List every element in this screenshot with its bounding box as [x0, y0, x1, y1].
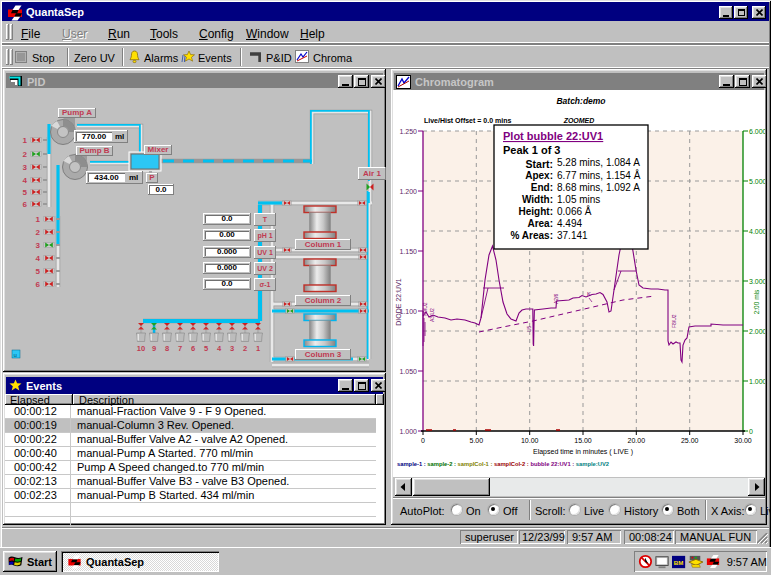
svg-text:% Areas:: % Areas:	[511, 230, 553, 241]
svg-text:Peak 1 of 3: Peak 1 of 3	[503, 144, 560, 156]
svg-text:15.00: 15.00	[574, 437, 592, 444]
svg-text:Elapsed time in minutes ( LIVE: Elapsed time in minutes ( LIVE )	[533, 448, 633, 456]
svg-text:5: 5	[36, 267, 41, 276]
svg-text:3: 3	[36, 241, 41, 250]
svg-text:8: 8	[165, 344, 169, 353]
svg-text:DIODE 22:UV1: DIODE 22:UV1	[395, 278, 402, 326]
svg-text:Batch:demo: Batch:demo	[556, 96, 605, 106]
svg-text:10.00: 10.00	[521, 437, 539, 444]
svg-text:7: 7	[178, 344, 182, 353]
svg-text:1.150: 1.150	[399, 248, 417, 255]
svg-text:6: 6	[23, 200, 28, 209]
svg-text:6.77 mins, 1.154 Å: 6.77 mins, 1.154 Å	[557, 169, 641, 181]
svg-text:2: 2	[23, 150, 28, 159]
svg-text:Apex:: Apex:	[525, 170, 553, 181]
svg-text:5: 5	[23, 188, 28, 197]
svg-text:F8/U2: F8/U2	[671, 314, 677, 328]
svg-text:1.250: 1.250	[399, 128, 417, 135]
svg-text:1.200: 1.200	[399, 188, 417, 195]
svg-text:2: 2	[243, 344, 247, 353]
svg-text:3: 3	[23, 163, 28, 172]
svg-text:5.00: 5.00	[469, 437, 483, 444]
svg-text:4.494: 4.494	[557, 218, 582, 229]
svg-text:0: 0	[421, 437, 425, 444]
svg-text:1.05 mins: 1.05 mins	[557, 194, 600, 205]
svg-text:Plot bubble 22:UV1: Plot bubble 22:UV1	[503, 130, 603, 142]
svg-text:37.141: 37.141	[557, 230, 588, 241]
svg-text:1.050: 1.050	[399, 368, 417, 375]
svg-text:2: 2	[36, 228, 41, 237]
svg-text:6.000: 6.000	[749, 128, 765, 135]
svg-text:0.066 Å: 0.066 Å	[557, 205, 592, 217]
svg-text:2.000: 2.000	[749, 328, 765, 335]
svg-text:8.68 mins, 1.092 A: 8.68 mins, 1.092 A	[557, 182, 640, 193]
svg-text:6: 6	[191, 344, 195, 353]
svg-text:30.00: 30.00	[734, 437, 752, 444]
svg-text:1.100: 1.100	[399, 308, 417, 315]
svg-text:sample-1 : sample-2 : samplCol: sample-1 : sample-2 : samplCol-1 : sampl…	[397, 461, 609, 467]
svg-text:5.28 mins, 1.084 A: 5.28 mins, 1.084 A	[557, 157, 640, 168]
svg-text:9: 9	[152, 344, 156, 353]
svg-text:ZOOMED: ZOOMED	[563, 117, 595, 124]
svg-text:K: K	[587, 291, 591, 297]
svg-text:A2/6: A2/6	[553, 293, 559, 304]
svg-text:Width:: Width:	[522, 194, 553, 205]
svg-text:Area:: Area:	[527, 218, 553, 229]
svg-text:4: 4	[217, 344, 222, 353]
svg-text:6: 6	[36, 280, 41, 289]
svg-text:4: 4	[23, 176, 28, 185]
svg-text:Live/Hist Offset = 0.0 mins: Live/Hist Offset = 0.0 mins	[424, 117, 511, 124]
svg-text:1: 1	[36, 215, 41, 224]
svg-text:2:00 mls: 2:00 mls	[753, 289, 760, 314]
svg-text:4.000: 4.000	[749, 228, 765, 235]
svg-text:3.000: 3.000	[749, 278, 765, 285]
svg-text:A3/U2: A3/U2	[429, 308, 435, 322]
svg-text:10: 10	[137, 344, 145, 353]
svg-text:Height:: Height:	[519, 206, 553, 217]
svg-text:4: 4	[36, 254, 41, 263]
svg-text:Start:: Start:	[526, 158, 553, 170]
svg-text:3: 3	[230, 344, 234, 353]
svg-text:BM: BM	[674, 558, 684, 565]
svg-text:U5: U5	[526, 325, 532, 332]
svg-text:1: 1	[23, 136, 28, 145]
svg-text:End:: End:	[531, 182, 553, 193]
svg-text:5: 5	[204, 344, 208, 353]
svg-text:5.000: 5.000	[749, 178, 765, 185]
svg-text:25.00: 25.00	[681, 437, 699, 444]
svg-text:1.000: 1.000	[399, 428, 417, 435]
svg-text:F9/U2: F9/U2	[422, 302, 428, 316]
svg-text:1.000: 1.000	[749, 378, 765, 385]
svg-text:20.00: 20.00	[628, 437, 646, 444]
svg-text:u: u	[14, 352, 17, 358]
svg-text:1: 1	[256, 344, 260, 353]
svg-text:0: 0	[749, 428, 753, 435]
